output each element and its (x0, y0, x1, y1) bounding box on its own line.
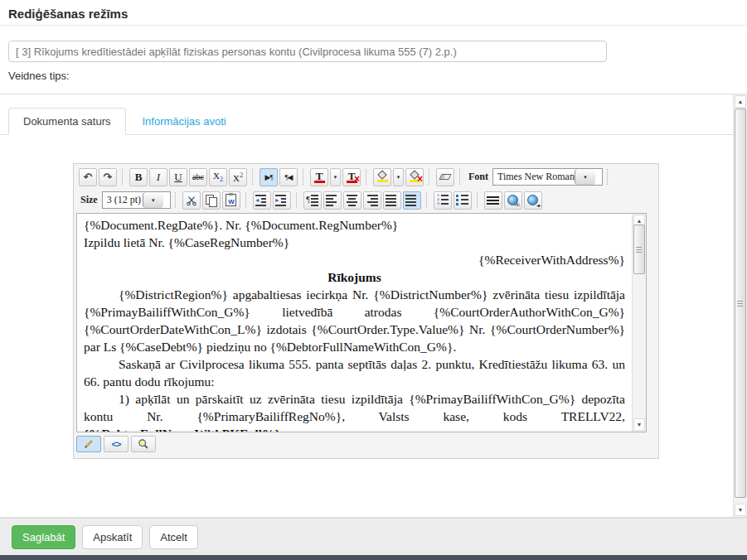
text-color-dropdown-button[interactable]: ▼ (330, 168, 341, 186)
doc-heading: Rīkojums (84, 268, 625, 286)
cancel-button[interactable]: Atcelt (149, 525, 198, 549)
doc-line-regdate: {%Document.RegDate%}. Nr. {%Document.Reg… (84, 216, 625, 234)
underline-icon: U (174, 171, 182, 184)
bullet-list-icon (456, 194, 468, 206)
strikethrough-icon: abc (192, 172, 204, 181)
tab-content-region: Dokumenta saturs Informācijas avoti ↶ ↷ … (0, 94, 747, 518)
tabbar: Dokumenta saturs Informācijas avoti (8, 108, 241, 135)
text-direction-ltr-button[interactable]: ▶¶ (260, 168, 278, 186)
toolbar-separator (607, 169, 610, 185)
text-direction-rtl-button[interactable]: ¶◀ (279, 168, 298, 186)
numbered-list-icon (436, 194, 449, 206)
editor-scrollbar-thumb[interactable] (633, 224, 645, 274)
text-color-button[interactable]: T (310, 168, 328, 186)
outdent-button[interactable] (253, 191, 271, 210)
source-mode-button[interactable]: <> (104, 436, 129, 452)
toolbar-separator (296, 192, 299, 208)
chevron-down-icon: ▼ (396, 175, 401, 180)
editor-text-area: {%Document.RegDate%}. Nr. {%Document.Reg… (76, 213, 647, 432)
ltr-icon: ▶¶ (265, 173, 273, 181)
doc-para-order: 1) apķīlāt un pārskaitīt uz zvērināta ti… (84, 390, 625, 432)
highlight-color-icon (377, 171, 388, 182)
indent-button[interactable] (273, 191, 291, 210)
align-left-icon (326, 194, 338, 206)
remove-highlight-button[interactable] (405, 168, 424, 186)
underline-button[interactable]: U (169, 168, 187, 186)
align-right-button[interactable] (363, 191, 381, 210)
page-scrollbar[interactable]: ▲ ▼ (733, 94, 747, 517)
wysiwyg-mode-button[interactable] (76, 436, 101, 452)
tab-informacijas-avoti[interactable]: Informācijas avoti (128, 108, 241, 135)
size-select[interactable]: 3 (12 pt) ▼ (102, 191, 171, 209)
numbered-list-button[interactable] (434, 191, 452, 210)
insert-link-button[interactable] (504, 191, 522, 210)
remove-link-button[interactable] (524, 191, 542, 210)
align-left-button[interactable] (323, 191, 342, 210)
text-color-icon: T (314, 171, 325, 183)
superscript-icon: X2 (233, 171, 243, 183)
redo-button[interactable]: ↷ (99, 168, 117, 186)
toolbar-separator (429, 169, 432, 185)
remove-format-button[interactable] (436, 168, 454, 186)
save-button[interactable]: Saglabāt (12, 525, 75, 549)
paste-word-icon: W (226, 194, 236, 206)
superscript-button[interactable]: X2 (229, 168, 247, 186)
tab-dokumenta-saturs[interactable]: Dokumenta saturs (8, 108, 126, 135)
cut-button[interactable] (182, 191, 201, 210)
toolbar-separator (245, 192, 249, 208)
align-center-icon (346, 194, 358, 206)
toolbar-separator (366, 169, 369, 185)
remove-text-color-button[interactable]: T (342, 168, 361, 186)
bold-button[interactable]: B (129, 168, 148, 186)
editor-scrollbar[interactable]: ▲ ▼ (632, 214, 646, 432)
page-header: Rediģēšanas režīms (0, 0, 747, 26)
page-scrollbar-thumb[interactable] (735, 109, 746, 498)
paste-from-word-button[interactable]: W (222, 191, 240, 210)
align-justify-button[interactable] (383, 191, 401, 210)
toolbar-separator (303, 169, 306, 185)
bullet-list-button[interactable] (454, 191, 472, 210)
subscript-button[interactable]: X2 (209, 168, 227, 186)
toolbar-separator (252, 169, 255, 185)
outdent-icon (255, 194, 268, 206)
rtl-icon: ¶◀ (285, 173, 293, 181)
align-center-button[interactable] (343, 191, 361, 210)
scroll-down-icon[interactable]: ▼ (735, 504, 746, 516)
horizontal-rule-button[interactable] (484, 191, 502, 210)
toolbar-row-1: ↶ ↷ B I U abc X2 X2 ▶¶ ¶◀ T ▼ T ▼ Font (75, 166, 657, 188)
undo-icon: ↶ (84, 171, 93, 183)
highlight-color-button[interactable] (373, 168, 391, 186)
paragraph-justify-button[interactable] (303, 191, 322, 210)
preview-button-footer[interactable]: Apskatīt (82, 525, 143, 549)
undo-button[interactable]: ↶ (79, 168, 97, 186)
chevron-down-icon[interactable]: ▼ (575, 169, 595, 185)
source-code-icon: <> (112, 439, 121, 449)
highlight-color-dropdown-button[interactable]: ▼ (393, 168, 404, 186)
preview-button[interactable] (131, 436, 156, 452)
template-name-input[interactable] (8, 41, 607, 62)
font-select-value: Times New Roman (493, 171, 575, 183)
scroll-up-icon[interactable]: ▲ (735, 95, 746, 108)
align-full-justify-button[interactable] (403, 191, 421, 210)
bottom-bar (0, 555, 747, 560)
rich-text-editor: ↶ ↷ B I U abc X2 X2 ▶¶ ¶◀ T ▼ T ▼ Font (73, 163, 659, 459)
eraser-icon (439, 174, 451, 180)
chevron-down-icon[interactable]: ▼ (143, 192, 163, 208)
toolbar-separator (477, 192, 480, 208)
chevron-down-icon: ▼ (333, 175, 338, 180)
italic-button[interactable]: I (149, 168, 167, 186)
document-content[interactable]: {%Document.RegDate%}. Nr. {%Document.Reg… (77, 214, 632, 432)
indent-icon (275, 194, 288, 206)
unlink-icon (527, 195, 538, 205)
redo-icon: ↷ (104, 171, 113, 183)
copy-button[interactable] (202, 191, 221, 210)
doc-para-law: Saskaņā ar Civilprocesa likuma 555. pant… (84, 355, 625, 390)
strikethrough-button[interactable]: abc (189, 168, 207, 186)
scissors-icon (186, 195, 197, 206)
horizontal-rule-icon (487, 194, 499, 206)
align-full-justify-icon (405, 194, 418, 206)
font-select[interactable]: Times New Roman ▼ (492, 168, 603, 186)
remove-highlight-icon (410, 171, 420, 182)
toolbar-separator (175, 192, 178, 208)
scroll-down-icon[interactable]: ▼ (633, 418, 645, 431)
